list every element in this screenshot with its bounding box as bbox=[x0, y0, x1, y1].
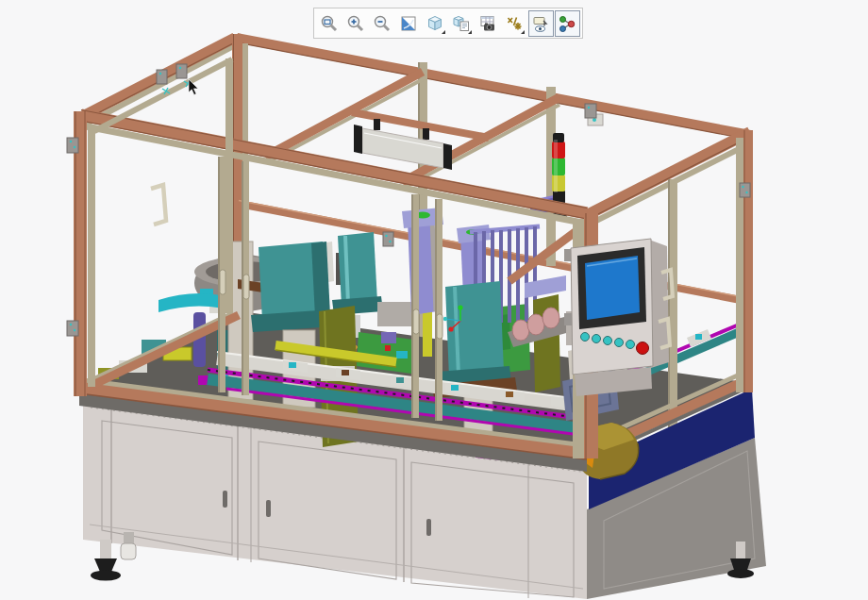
cabinet-door-handle[interactable] bbox=[223, 491, 227, 508]
door-handle[interactable] bbox=[437, 314, 442, 339]
door-handle[interactable] bbox=[243, 275, 249, 299]
linked-nodes-icon bbox=[558, 14, 576, 33]
magnifier-minus-icon bbox=[373, 14, 392, 33]
move-component-button[interactable] bbox=[555, 10, 580, 37]
magnifier-area-icon bbox=[320, 14, 339, 33]
cabinet-door-handle[interactable] bbox=[266, 500, 271, 517]
zoom-window-button[interactable] bbox=[317, 10, 342, 37]
hide-dimensions-button[interactable] bbox=[502, 10, 527, 37]
component-eye-icon bbox=[531, 14, 550, 33]
table-camera-icon bbox=[478, 14, 497, 33]
door-handle[interactable] bbox=[413, 309, 419, 334]
shaded-corner-icon bbox=[399, 14, 418, 33]
shaded-view-button[interactable] bbox=[396, 10, 422, 37]
magnifier-plus-icon bbox=[346, 14, 365, 33]
snapshot-table-button[interactable] bbox=[476, 10, 501, 37]
cad-viewport[interactable] bbox=[0, 0, 868, 600]
dimension-xx-icon bbox=[505, 14, 524, 33]
cube-sheet-icon bbox=[452, 14, 471, 33]
left-door-handle[interactable] bbox=[151, 185, 166, 225]
zoom-in-button[interactable] bbox=[343, 10, 369, 37]
zoom-out-button[interactable] bbox=[370, 10, 395, 37]
assembly-scene bbox=[0, 0, 868, 600]
hide-show-component-button[interactable] bbox=[528, 10, 554, 37]
model-views-button[interactable] bbox=[449, 10, 475, 37]
cabinet-door-handle[interactable] bbox=[426, 519, 431, 536]
hinge-plate bbox=[383, 232, 393, 246]
emergency-stop-button[interactable] bbox=[637, 342, 649, 355]
cube-icon bbox=[426, 14, 444, 33]
hinge-plate bbox=[740, 183, 750, 197]
leveling-foot-left bbox=[91, 540, 121, 581]
door-handle[interactable] bbox=[220, 270, 225, 294]
view-orientation-button[interactable] bbox=[423, 10, 448, 37]
main-toolbar bbox=[313, 8, 583, 39]
